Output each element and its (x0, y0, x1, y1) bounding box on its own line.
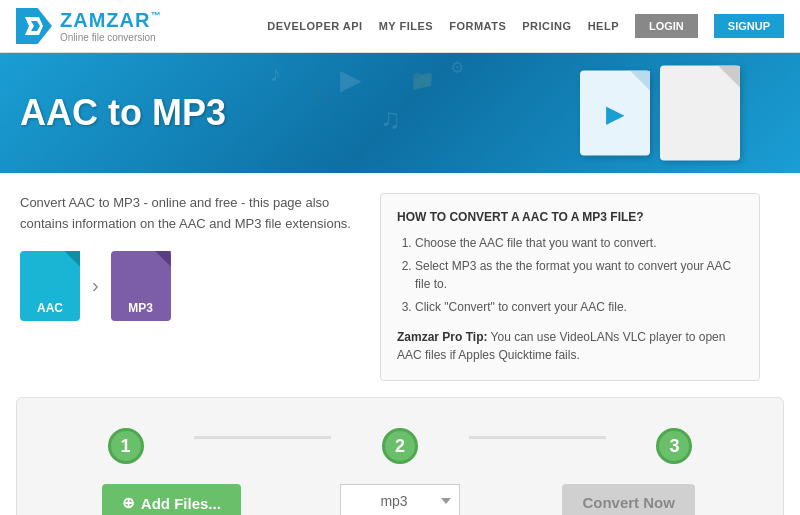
format-select[interactable]: mp3 (340, 484, 460, 515)
logo-area: ZAMZAR™ Online file conversion (16, 8, 161, 44)
aac-icon: AAC (20, 251, 80, 321)
format-select-wrap: mp3 Or choose a different format (332, 484, 469, 515)
login-button[interactable]: LOGIN (635, 14, 698, 38)
description-text: Convert AAC to MP3 - online and free - t… (20, 193, 360, 235)
steps-content: ⊕ Add Files... Drag & drop files, or sel… (57, 484, 743, 515)
how-to-title: HOW TO CONVERT A AAC TO A MP3 FILE? (397, 210, 743, 224)
hero-file-icon-from: ▶ (580, 71, 650, 156)
hero-file-icon-to (660, 66, 740, 161)
step1-circle-wrap: 1 (57, 428, 194, 464)
nav-help[interactable]: HELP (588, 20, 619, 32)
nav-developer-api[interactable]: DEVELOPER API (267, 20, 362, 32)
steps-row: 1 2 3 (57, 428, 743, 464)
hero-file-icons: ▶ (580, 66, 740, 161)
main-nav: DEVELOPER API MY FILES FORMATS PRICING H… (267, 14, 784, 38)
signup-button[interactable]: SIGNUP (714, 14, 784, 38)
info-section: Convert AAC to MP3 - online and free - t… (0, 173, 800, 381)
nav-formats[interactable]: FORMATS (449, 20, 506, 32)
step-connector-1 (194, 436, 331, 439)
how-to-step-1: Choose the AAC file that you want to con… (415, 234, 743, 252)
step2-circle: 2 (382, 428, 418, 464)
convert-button[interactable]: Convert Now (562, 484, 695, 515)
step3-circle-wrap: 3 (606, 428, 743, 464)
pro-tip: Zamzar Pro Tip: You can use VideoLANs VL… (397, 328, 743, 364)
nav-my-files[interactable]: MY FILES (379, 20, 434, 32)
mp3-label: MP3 (128, 301, 153, 315)
play-icon: ▶ (606, 99, 624, 127)
logo-text: ZAMZAR™ Online file conversion (60, 9, 161, 43)
step-connector-2 (469, 436, 606, 439)
how-to-box: HOW TO CONVERT A AAC TO A MP3 FILE? Choo… (380, 193, 760, 381)
left-column: Convert AAC to MP3 - online and free - t… (20, 193, 360, 381)
step3-circle: 3 (656, 428, 692, 464)
step2-circle-wrap: 2 (331, 428, 468, 464)
hero-banner: ♪ 🎵 ▶ ♫ 📁 ⚙ AAC to MP3 ▶ (0, 53, 800, 173)
how-to-step-3: Click "Convert" to convert your AAC file… (415, 298, 743, 316)
mp3-icon: MP3 (111, 251, 171, 321)
step2-col: mp3 Or choose a different format (286, 484, 515, 515)
hero-title: AAC to MP3 (20, 92, 226, 134)
format-arrow-icon: › (92, 274, 99, 297)
step1-circle: 1 (108, 428, 144, 464)
convert-col: Convert Now (And agree to our Terms) ✉ E… (562, 484, 695, 515)
converter-section: 1 2 3 ⊕ Add Files... Drag & drop files, … (16, 397, 784, 515)
step3-col: Convert Now (And agree to our Terms) ✉ E… (514, 484, 743, 515)
logo-subtitle: Online file conversion (60, 32, 161, 43)
main-area: Convert AAC to MP3 - online and free - t… (0, 173, 800, 515)
add-files-button[interactable]: ⊕ Add Files... (102, 484, 241, 515)
nav-pricing[interactable]: PRICING (522, 20, 571, 32)
how-to-steps: Choose the AAC file that you want to con… (397, 234, 743, 316)
logo-icon (16, 8, 52, 44)
add-files-icon: ⊕ (122, 494, 135, 512)
format-icons: AAC › MP3 (20, 251, 360, 321)
step1-col: ⊕ Add Files... Drag & drop files, or sel… (57, 484, 286, 515)
aac-label: AAC (37, 301, 63, 315)
add-files-label: Add Files... (141, 495, 221, 512)
header: ZAMZAR™ Online file conversion DEVELOPER… (0, 0, 800, 53)
logo-name: ZAMZAR™ (60, 9, 161, 32)
how-to-step-2: Select MP3 as the the format you want to… (415, 257, 743, 293)
pro-tip-label: Zamzar Pro Tip: (397, 330, 487, 344)
